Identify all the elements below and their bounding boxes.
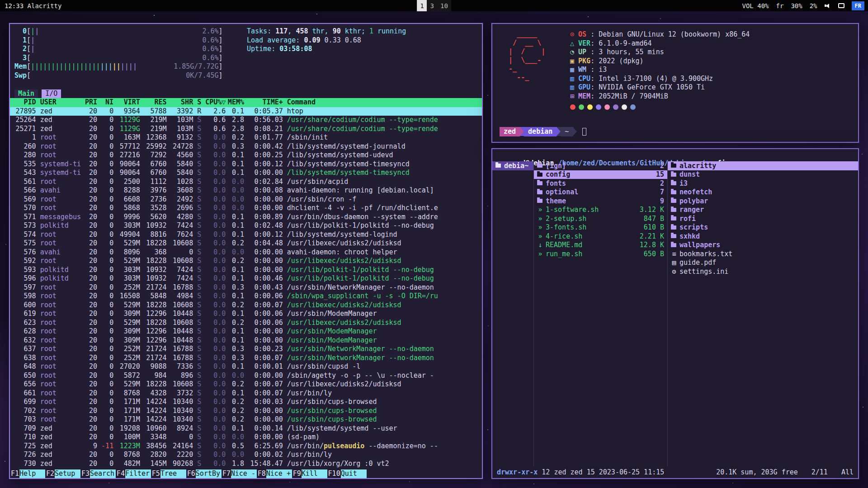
shell-prompt[interactable]: zed debian ~ — [500, 127, 586, 136]
workspace-10[interactable]: 10 — [437, 0, 451, 11]
column-header-res[interactable]: RES — [144, 98, 167, 107]
file-item-2-setup-sh[interactable]: »2-setup.sh847 B — [534, 214, 667, 223]
process-row-619[interactable]: 619root200309M1229610448S0.00.10:00.06/u… — [10, 310, 482, 319]
file-item-readme-md[interactable]: ↓README.md12.8 K — [534, 241, 667, 250]
process-row-596[interactable]: 596polkitd200303M109327424S0.00.10:00.46… — [10, 274, 482, 283]
process-row-570[interactable]: 570root200586835282696S0.00.00:00.00dhcl… — [10, 204, 482, 213]
process-row-661[interactable]: 661root200876843283732S0.00.10:00.07/usr… — [10, 389, 482, 398]
dir-item-theme[interactable]: theme9 — [534, 197, 667, 206]
process-row-710[interactable]: 710zed200100M33480S0.00.00:00.00(sd-pam) — [10, 433, 482, 442]
process-row-597[interactable]: 597root200252M2172416788S0.00.30:00.43/u… — [10, 283, 482, 292]
process-row-632[interactable]: 632root200309M1229610448S0.00.10:00.00/u… — [10, 336, 482, 345]
process-row-598[interactable]: 598root2001650858484984S0.00.10:00.06/sb… — [10, 292, 482, 301]
file-item-settings-ini[interactable]: ⚙settings.ini — [668, 267, 858, 276]
ranger-terminal-window[interactable]: zed@debian /home/zed/Documents/GitHub/de… — [491, 148, 859, 479]
fn-button-f10[interactable]: F10Quit — [327, 469, 367, 479]
neofetch-terminal-window[interactable]: _____ / __ \ | / | | \___- -_ --_ ⊙OS : … — [491, 23, 859, 143]
tab-main[interactable]: Main — [14, 89, 38, 99]
fn-button-f9[interactable]: F9Kill — [292, 469, 327, 479]
fn-button-f3[interactable]: F3Search — [80, 469, 116, 479]
process-row-535[interactable]: 535systemd-ti2009006467605840S0.00.10:00… — [10, 160, 482, 169]
process-row-592[interactable]: 592root200529M1822810608S0.00.20:00.00/u… — [10, 257, 482, 266]
fn-button-f1[interactable]: F1Help — [10, 469, 45, 479]
file-item-1-software-sh[interactable]: »1-software.sh3.12 K — [534, 206, 667, 215]
column-header-ni[interactable]: NI — [101, 98, 113, 107]
display-icon[interactable] — [838, 3, 844, 8]
column-header-pid[interactable]: PID — [14, 98, 36, 107]
process-row-726[interactable]: 726zed200876828202220S0.00.00:00.02/usr/… — [10, 450, 482, 460]
process-row-623[interactable]: 623root200529M1822810608S0.00.20:00.06/u… — [10, 319, 482, 328]
dir-item-scripts[interactable]: scripts — [668, 223, 858, 232]
process-row-573[interactable]: 573polkitd200303M109327424S0.00.10:02.48… — [10, 221, 482, 230]
keyboard-flag-badge[interactable]: FR — [852, 1, 864, 10]
process-row-280[interactable]: 280root2002721672924560S0.00.10:00.25/li… — [10, 151, 482, 160]
process-row-600[interactable]: 600root200529M1822810608S0.00.20:00.07/u… — [10, 301, 482, 310]
process-row-576[interactable]: 576avahi20080963680S0.00.00:00.00avahi-d… — [10, 248, 482, 257]
dir-item-wallpapers[interactable]: wallpapers — [668, 241, 858, 250]
process-row-561[interactable]: 561root200250011121028S0.00.00:02.84/usr… — [10, 178, 482, 187]
fn-button-f4[interactable]: F4Filter — [116, 469, 151, 479]
fn-button-f5[interactable]: F5Tree — [151, 469, 186, 479]
fn-button-f8[interactable]: F8Nice + — [257, 469, 292, 479]
process-row-1[interactable]: 1root200163M123689132S0.00.20:01.77/sbin… — [10, 133, 482, 142]
process-row-725[interactable]: 725zed9-111223M3845624164S0.00.56:25.69/… — [10, 442, 482, 451]
process-row-730[interactable]: 730zed200482M145M90268S0.01.815:48.47/us… — [10, 460, 482, 469]
dir-item-polybar[interactable]: polybar — [668, 197, 858, 206]
htop-terminal-window[interactable]: 0[||2.6%]1[|0.6%]2[|0.6%]3[0.6%]Mem[||||… — [9, 23, 483, 479]
process-row-25271[interactable]: 25271zed2001129G219M103MS0.62.80:08.21/u… — [10, 125, 482, 134]
dir-item-optional[interactable]: optional7 — [534, 188, 667, 197]
process-row-569[interactable]: 569root200660827362492S0.00.00:00.00/usr… — [10, 195, 482, 204]
process-row-650[interactable]: 650root2005872984896S0.00.00:00.00/sbin/… — [10, 371, 482, 380]
dir-item-fonts[interactable]: fonts2 — [534, 179, 667, 188]
dir-item-debia-[interactable]: debia~ — [492, 161, 533, 170]
process-row-575[interactable]: 575root200529M1822810608S0.00.20:04.48/u… — [10, 239, 482, 248]
column-header-cpu[interactable]: CPU%▽ — [205, 98, 226, 107]
column-header-command[interactable]: Command — [287, 98, 482, 107]
column-header-shr[interactable]: SHR — [171, 98, 193, 107]
dir-item-dunst[interactable]: dunst — [668, 170, 858, 179]
file-item-run-me-sh[interactable]: »run_me.sh650 B — [534, 249, 667, 258]
dir-item-neofetch[interactable]: neofetch — [668, 188, 858, 197]
process-row-25264[interactable]: 25264zed2001129G219M103MS0.62.80:56.03/u… — [10, 116, 482, 125]
column-header-user[interactable]: USER — [40, 98, 81, 107]
process-row-648[interactable]: 648root2002702090887336S0.00.10:00.01/us… — [10, 362, 482, 371]
file-item-bookmarks-txt[interactable]: ≡bookmarks.txt — [668, 249, 858, 258]
dir-item-sxhkd[interactable]: sxhkd — [668, 232, 858, 241]
dir-item-alacritty[interactable]: alacritty — [668, 161, 858, 170]
process-row-656[interactable]: 656root200529M1822810608S0.00.20:00.07/u… — [10, 380, 482, 389]
process-row-702[interactable]: 702root200171M1422410340S0.00.20:00.00/u… — [10, 407, 482, 416]
process-row-574[interactable]: 574root2004990488167624S0.00.10:00.12/li… — [10, 230, 482, 239]
process-row-628[interactable]: 628root200309M1229610448S0.00.10:00.00/u… — [10, 327, 482, 336]
tab-io[interactable]: I/O — [42, 89, 61, 99]
fn-button-f2[interactable]: F2Setup — [45, 469, 80, 479]
column-header-mem[interactable]: MEM% — [226, 98, 244, 107]
workspace-3[interactable]: 3 — [427, 0, 437, 11]
process-row-566[interactable]: 566avahi200828839763608S0.00.00:00.08ava… — [10, 186, 482, 195]
dir-item--ign-[interactable]: [ign]2 — [534, 161, 667, 170]
fn-button-f7[interactable]: F7Nice - — [222, 469, 257, 479]
file-item-3-fonts-sh[interactable]: »3-fonts.sh610 B — [534, 223, 667, 232]
process-row-703[interactable]: 703root200171M1422410340S0.00.20:00.00/u… — [10, 415, 482, 424]
process-row-543[interactable]: 543systemd-ti2009006467605840S0.00.10:00… — [10, 169, 482, 178]
process-row-571[interactable]: 571messagebus200999656204280S0.00.10:00.… — [10, 213, 482, 222]
process-row-593[interactable]: 593polkitd200303M109327424S0.00.10:00.00… — [10, 266, 482, 275]
column-header-time[interactable]: TIME+ — [248, 98, 283, 107]
dir-item-config[interactable]: config15 — [534, 170, 667, 179]
process-row-260[interactable]: 260root200577122599224728S0.00.30:00.42/… — [10, 142, 482, 151]
speaker-icon[interactable] — [825, 3, 831, 9]
column-header-s[interactable]: S — [197, 98, 201, 107]
dir-item-rofi[interactable]: rofi — [668, 214, 858, 223]
file-item-guide-pdf[interactable]: ▤guide.pdf — [668, 258, 858, 267]
workspace-1[interactable]: 1 — [417, 0, 427, 11]
process-row-27895[interactable]: 27895zed200936457883392R2.60.10:05.37hto… — [10, 107, 482, 116]
dir-item-i3[interactable]: i3 — [668, 179, 858, 188]
dir-item-ranger[interactable]: ranger — [668, 206, 858, 215]
process-row-638[interactable]: 638root200252M2172416788S0.00.30:00.07/u… — [10, 354, 482, 363]
process-row-637[interactable]: 637root200252M2172416788S0.00.30:00.23/u… — [10, 345, 482, 354]
process-row-699[interactable]: 699root200171M1422410340S0.00.20:00.03/u… — [10, 398, 482, 407]
column-header-virt[interactable]: VIRT — [118, 98, 140, 107]
column-header-pri[interactable]: PRI — [85, 98, 97, 107]
fn-button-f6[interactable]: F6SortBy — [186, 469, 222, 479]
file-item-4-rice-sh[interactable]: »4-rice.sh2.21 K — [534, 232, 667, 241]
process-row-709[interactable]: 709zed20019208109608924S0.00.10:00.14/li… — [10, 424, 482, 433]
